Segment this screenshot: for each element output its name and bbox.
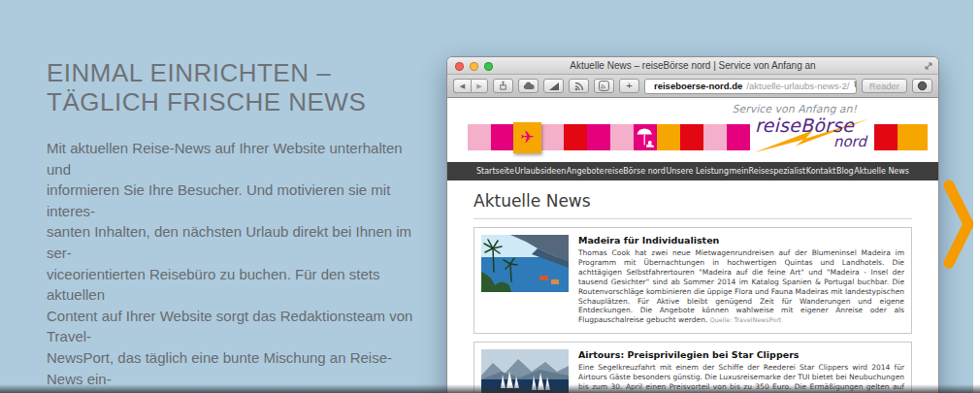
rss-button[interactable] xyxy=(569,79,589,93)
color-square xyxy=(874,124,898,150)
back-button[interactable]: ◀ xyxy=(453,79,471,93)
plus-icon: + xyxy=(626,81,632,91)
news-item[interactable]: Madeira für Individualisten Thomas Cook … xyxy=(474,227,912,334)
color-square xyxy=(898,124,928,150)
reader-label: Reader xyxy=(869,82,899,91)
forward-button[interactable]: ▶ xyxy=(471,79,488,93)
forward-icon: ▶ xyxy=(476,82,481,89)
news-item-text: Madeira für Individualisten Thomas Cook … xyxy=(578,235,904,326)
url-domain: reiseboerse-nord.de xyxy=(654,81,742,91)
marketing-slide: EINMAL EINRICHTEN – TÄGLICH FRISCHE NEWS… xyxy=(0,0,980,393)
logo-text-line2: nord xyxy=(833,133,866,150)
share-icon xyxy=(498,81,508,91)
resize-window-icon[interactable] xyxy=(924,61,933,71)
close-window-button[interactable] xyxy=(455,62,464,71)
news-item[interactable]: Airtours: Preisprivilegien bei Star Clip… xyxy=(474,342,912,393)
cloud-tabs-button[interactable] xyxy=(518,79,539,93)
minimize-window-button[interactable] xyxy=(470,62,478,71)
site-logo[interactable]: reiseBörse nord xyxy=(750,115,874,153)
address-bar[interactable]: reiseboerse-nord.de/aktuelle-urlaubs-new… xyxy=(644,79,857,94)
color-square xyxy=(491,124,514,150)
nav-item-angebote[interactable]: Angebote xyxy=(567,167,604,176)
intro-heading-line2: TÄGLICH FRISCHE NEWS xyxy=(47,87,427,116)
color-square xyxy=(657,124,680,150)
news-list: Aktuelle News xyxy=(447,180,938,393)
nav-item-startseite[interactable]: Startseite xyxy=(476,167,514,176)
page-title: Aktuelle News xyxy=(474,191,912,219)
color-square xyxy=(703,124,727,150)
rss-subscriptions-button[interactable] xyxy=(594,79,614,93)
site-navigation: Startseite Urlaubsideen Angebote reiseBö… xyxy=(447,162,938,180)
top-sites-icon xyxy=(548,82,560,91)
zoom-window-button[interactable] xyxy=(484,62,493,71)
intro-heading: EINMAL EINRICHTEN – TÄGLICH FRISCHE NEWS xyxy=(47,58,427,116)
airplane-glyph: ✈ xyxy=(520,129,534,146)
record-circle-icon xyxy=(917,81,928,91)
nav-item-reiseboerse-nord[interactable]: reiseBörse nord xyxy=(604,167,666,176)
nav-item-kontakt[interactable]: Kontakt xyxy=(806,167,836,176)
color-square xyxy=(610,124,634,150)
star-clippers-photo xyxy=(481,349,569,393)
madeira-photo xyxy=(481,235,569,292)
share-button[interactable] xyxy=(493,79,513,93)
history-nav-group: ◀ ▶ xyxy=(453,79,488,93)
color-square xyxy=(564,124,587,150)
window-title: Aktuelle News – reiseBörse nord | Servic… xyxy=(447,60,938,71)
intro-body: Mit aktuellen Reise-News auf Ihrer Websi… xyxy=(47,138,427,393)
downloads-button[interactable] xyxy=(912,79,932,93)
site-header: Service von Anfang an! ✈ xyxy=(447,98,938,162)
news-item-body: Eine Segelkreuzfahrt mit einem der Schif… xyxy=(578,363,904,393)
color-square xyxy=(680,124,703,150)
window-controls xyxy=(455,62,493,71)
beach-umbrella-icon xyxy=(634,124,657,150)
news-body-text: Thomas Cook hat zwei neue Mietwagenrundr… xyxy=(578,248,904,324)
browser-window: Aktuelle News – reiseBörse nord | Servic… xyxy=(446,56,939,393)
next-arrow-button[interactable] xyxy=(943,179,974,270)
top-sites-button[interactable] xyxy=(543,79,564,93)
nav-item-urlaubsideen[interactable]: Urlaubsideen xyxy=(514,167,566,176)
news-item-title[interactable]: Madeira für Individualisten xyxy=(578,235,904,246)
news-item-source: Quelle: TravelNewsPort xyxy=(710,316,782,324)
nav-item-meinreisespezialist[interactable]: meinReisespezialist xyxy=(730,167,806,176)
news-item-text: Airtours: Preisprivilegien bei Star Clip… xyxy=(578,349,904,393)
nav-item-unsere-leistung[interactable]: Unsere Leistung xyxy=(666,167,729,176)
intro-panel: EINMAL EINRICHTEN – TÄGLICH FRISCHE NEWS… xyxy=(47,58,427,393)
refresh-icon[interactable]: ↻ xyxy=(853,80,856,92)
news-item-body: Thomas Cook hat zwei neue Mietwagenrundr… xyxy=(578,248,904,326)
news-item-title[interactable]: Airtours: Preisprivilegien bei Star Clip… xyxy=(578,349,904,360)
right-margin-strip xyxy=(973,0,980,393)
back-icon: ◀ xyxy=(460,82,465,89)
news-body-text: Eine Segelkreuzfahrt mit einem der Schif… xyxy=(578,363,904,393)
intro-heading-line1: EINMAL EINRICHTEN – xyxy=(47,58,427,87)
nav-item-blog[interactable]: Blog xyxy=(836,167,854,176)
color-square xyxy=(587,124,610,150)
url-path: /aktuelle-urlaubs-news-2/ xyxy=(746,81,849,91)
browser-titlebar[interactable]: Aktuelle News – reiseBörse nord | Servic… xyxy=(447,57,938,75)
browser-toolbar: ◀ ▶ + reiseboerse-nord.de/aktuelle-urla xyxy=(447,75,938,98)
webpage-viewport: Service von Anfang an! ✈ xyxy=(447,98,938,393)
reader-button[interactable]: Reader xyxy=(862,79,907,93)
new-tab-button[interactable]: + xyxy=(619,79,639,93)
color-square xyxy=(727,124,750,150)
airplane-icon: ✈ xyxy=(513,122,541,153)
color-square xyxy=(540,124,564,150)
cloud-icon xyxy=(523,82,535,90)
nav-item-aktuelle-news[interactable]: Aktuelle News xyxy=(854,167,909,176)
color-square xyxy=(468,124,491,150)
rss-icon xyxy=(574,82,584,91)
brand-color-strip: ✈ reiseBörse nord xyxy=(468,124,918,150)
rss-box-icon xyxy=(599,81,609,91)
